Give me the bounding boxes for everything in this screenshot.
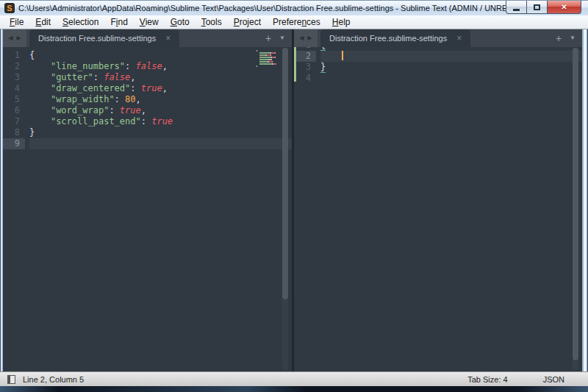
editor-left[interactable]: 123456789 { "line_numbers": false, "gutt… xyxy=(3,47,292,371)
scrollbar-thumb[interactable] xyxy=(282,48,288,299)
tab-close-icon[interactable]: × xyxy=(165,34,171,43)
code-line[interactable] xyxy=(320,51,582,62)
code-line[interactable] xyxy=(320,73,582,84)
menu-item-find[interactable]: Find xyxy=(104,16,133,28)
diff-modified-marker xyxy=(294,47,296,82)
tab-close-icon[interactable]: × xyxy=(456,34,462,43)
code-line[interactable] xyxy=(29,138,292,149)
text-caret xyxy=(342,51,343,60)
close-icon: ✕ xyxy=(561,3,567,11)
code-line[interactable]: } xyxy=(29,127,292,138)
gutter-line-number: 4 xyxy=(3,83,25,94)
tab-label: Distraction Free.sublime-settings xyxy=(329,34,447,43)
gutter-line-number: 9 xyxy=(3,138,25,149)
gutter-line-number: 6 xyxy=(3,105,25,116)
app-icon: S xyxy=(4,3,15,13)
minimap-line xyxy=(257,50,280,51)
minimize-icon xyxy=(513,9,520,11)
gutter-line-number: 1 xyxy=(3,50,25,61)
code-line[interactable]: "word_wrap": true, xyxy=(29,105,292,116)
syntax-status[interactable]: JSON xyxy=(543,375,564,384)
main-area: ◀ ▶ Distraction Free.sublime-settings × … xyxy=(0,29,588,371)
gutter: 1234 xyxy=(294,47,316,84)
gutter-line-number: 5 xyxy=(3,94,25,105)
tab-actions: + ▼ xyxy=(556,29,582,47)
tab-label: Distraction Free.sublime-settings xyxy=(38,34,156,43)
gutter: 123456789 xyxy=(3,50,25,149)
scrollbar[interactable] xyxy=(573,48,578,370)
menu-item-file[interactable]: File xyxy=(4,16,29,28)
minimap-line xyxy=(257,54,280,56)
pane-right: ◀ ▶ Distraction Free.sublime-settings × … xyxy=(294,29,582,371)
tab-distraction-free-settings[interactable]: Distraction Free.sublime-settings × xyxy=(320,29,470,47)
tab-overflow-button[interactable]: ▼ xyxy=(279,35,285,41)
maximize-button[interactable] xyxy=(527,1,548,14)
gutter-line-number: 4 xyxy=(294,73,316,84)
minimize-button[interactable] xyxy=(506,1,527,14)
title-bar[interactable]: S C:\Users\Administrator\AppData\Roaming… xyxy=(0,0,588,15)
tab-distraction-free-settings[interactable]: Distraction Free.sublime-settings × xyxy=(29,29,179,47)
menu-item-tools[interactable]: Tools xyxy=(196,16,228,28)
panel-toggle-icon[interactable] xyxy=(7,375,15,384)
nav-forward-button[interactable]: ▶ xyxy=(308,35,312,41)
minimap-line xyxy=(257,52,280,54)
status-right-group: Tab Size: 4 JSON xyxy=(467,375,581,384)
window-title: C:\Users\Administrator\AppData\Roaming\S… xyxy=(18,4,584,13)
close-button[interactable]: ✕ xyxy=(548,1,581,14)
nav-back-button[interactable]: ◀ xyxy=(299,35,304,41)
code-lines[interactable]: { "line_numbers": false, "gutter": false… xyxy=(29,50,292,149)
scroll-content: 123456789 { "line_numbers": false, "gutt… xyxy=(3,47,292,149)
new-tab-button[interactable]: + xyxy=(556,33,562,43)
gutter-line-number: 2 xyxy=(3,61,25,72)
code-line[interactable]: "gutter": false, xyxy=(29,72,292,83)
minimap-line xyxy=(257,65,280,67)
scroll-content: 1234 { } xyxy=(294,47,582,84)
minimap-line xyxy=(257,61,280,63)
minimap[interactable] xyxy=(257,50,280,70)
tab-nav-box: ◀ ▶ xyxy=(294,29,318,47)
gutter-line-number: 2 xyxy=(294,51,316,62)
tab-bar-left: ◀ ▶ Distraction Free.sublime-settings × … xyxy=(3,29,292,47)
menu-item-preferences[interactable]: Preferences xyxy=(267,16,326,28)
gutter-line-number: 3 xyxy=(294,62,316,73)
nav-back-button[interactable]: ◀ xyxy=(8,35,12,41)
minimap-line xyxy=(257,59,280,60)
menu-item-selection[interactable]: Selection xyxy=(57,16,104,28)
new-tab-button[interactable]: + xyxy=(265,33,271,43)
sublime-text-window: S C:\Users\Administrator\AppData\Roaming… xyxy=(0,0,588,392)
scrollbar[interactable] xyxy=(282,48,288,370)
menu-item-goto[interactable]: Goto xyxy=(165,16,196,28)
gutter-line-number: 7 xyxy=(3,116,25,127)
code-line[interactable]: { xyxy=(29,50,292,61)
minimap-line xyxy=(257,63,280,65)
pane-left: ◀ ▶ Distraction Free.sublime-settings × … xyxy=(3,29,292,371)
menu-item-edit[interactable]: Edit xyxy=(29,16,57,28)
tab-bar-right: ◀ ▶ Distraction Free.sublime-settings × … xyxy=(294,29,582,47)
menu-item-project[interactable]: Project xyxy=(228,16,267,28)
tab-nav-box: ◀ ▶ xyxy=(3,29,26,47)
status-bar: Line 2, Column 5 Tab Size: 4 JSON xyxy=(0,371,588,386)
minimap-line xyxy=(257,68,280,69)
code-line[interactable]: "draw_centered": true, xyxy=(29,83,292,94)
window-border-bottom xyxy=(0,386,588,392)
code-line[interactable]: "line_numbers": false, xyxy=(29,61,292,72)
tab-actions: + ▼ xyxy=(265,29,292,47)
code-line[interactable]: } xyxy=(320,62,582,73)
editor-right[interactable]: 1234 { } xyxy=(294,47,582,371)
menu-item-help[interactable]: Help xyxy=(326,16,356,28)
window-border-right xyxy=(582,29,588,371)
cursor-position-status: Line 2, Column 5 xyxy=(23,375,84,384)
scrollbar-thumb[interactable] xyxy=(573,48,578,360)
nav-forward-button[interactable]: ▶ xyxy=(17,35,21,41)
code-lines[interactable]: { } xyxy=(320,47,582,84)
menu-item-view[interactable]: View xyxy=(134,16,165,28)
tab-size-status[interactable]: Tab Size: 4 xyxy=(467,375,507,384)
code-line[interactable]: "wrap_width": 80, xyxy=(29,94,292,105)
caption-buttons: ✕ xyxy=(506,1,581,14)
menu-bar: FileEditSelectionFindViewGotoToolsProjec… xyxy=(0,15,588,29)
gutter-line-number: 3 xyxy=(3,72,25,83)
tab-overflow-button[interactable]: ▼ xyxy=(570,35,576,41)
code-line[interactable]: "scroll_past_end": true xyxy=(29,116,292,127)
maximize-icon xyxy=(534,4,540,10)
gutter-line-number: 8 xyxy=(3,127,25,138)
